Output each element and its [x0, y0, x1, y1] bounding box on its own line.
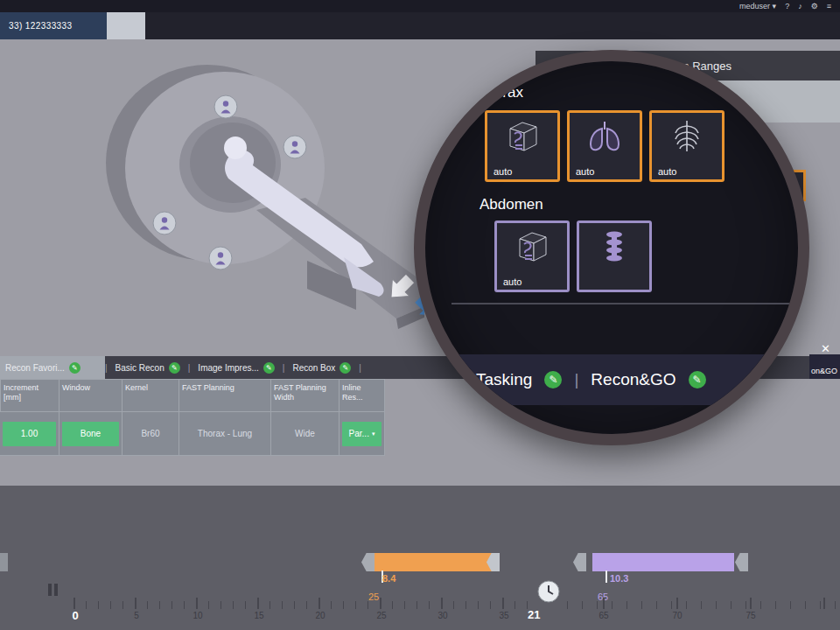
col-header: FAST Planning: [179, 379, 271, 412]
abdomen-tile-row: auto: [494, 220, 652, 292]
tile-label: auto: [576, 166, 594, 177]
recon-range-tile-ribcage[interactable]: auto: [649, 110, 724, 182]
chevron-down-icon: ▾: [773, 2, 777, 10]
pause-icon[interactable]: [48, 584, 58, 596]
tab-recon-box[interactable]: Recon Box ✎: [284, 356, 359, 379]
tab-separator: |: [359, 356, 361, 379]
patient-head: [224, 136, 247, 159]
cell-fast-planning[interactable]: Thorax - Lung: [179, 412, 271, 456]
timeline-panel: 8.4 25 21 10.3 65 0 5 10 15 20 25 30 35 …: [0, 486, 840, 630]
clock-icon[interactable]: [537, 580, 560, 603]
orange-range-left-handle[interactable]: [361, 553, 374, 571]
recon-range-tile-abdomen[interactable]: auto: [494, 220, 570, 292]
tab-separator: |: [574, 370, 578, 389]
user-menu[interactable]: meduser ▾: [739, 2, 776, 10]
purple-scan-range-bar[interactable]: [592, 553, 734, 571]
cell-fast-planning-width[interactable]: Wide: [271, 412, 340, 456]
help-icon[interactable]: ?: [785, 2, 789, 10]
table-row: 1.00 Bone Br60 Thorax - Lung Wide Par...…: [0, 412, 385, 456]
scan-marker-badge[interactable]: [153, 212, 176, 234]
section-title-thorax: Thorax: [477, 84, 523, 102]
scan-marker-badge[interactable]: [209, 247, 232, 270]
spine-icon: [595, 228, 634, 264]
ruler-label: 20: [315, 611, 325, 620]
menu-icon[interactable]: ≡: [827, 2, 831, 10]
ruler-label: 70: [672, 611, 682, 620]
divider: [452, 303, 793, 304]
close-icon[interactable]: ✕: [821, 342, 830, 355]
edit-icon[interactable]: ✎: [169, 362, 180, 374]
table-header-row: Increment [mm] Window Kernel FAST Planni…: [0, 379, 385, 412]
chevron-down-icon: ▾: [372, 430, 375, 438]
purple-range-right-handle[interactable]: [735, 553, 748, 571]
tab-tasking[interactable]: Tasking: [476, 370, 532, 389]
tab-recon-go[interactable]: Recon&GO: [591, 370, 676, 389]
col-header: Kernel: [122, 379, 179, 412]
magnified-tab-bar: Tasking ✎ | Recon&GO ✎: [425, 354, 809, 405]
tab-recon-favorites[interactable]: Recon Favori... ✎: [0, 356, 105, 379]
tile-label: auto: [658, 166, 676, 177]
inline-results-dropdown[interactable]: Par... ▾: [342, 422, 382, 446]
col-header: Window: [60, 379, 122, 412]
purple-range-left-handle[interactable]: [573, 553, 586, 571]
col-header: Inline Res...: [340, 379, 385, 412]
edit-icon[interactable]: ✎: [544, 371, 562, 388]
edit-icon[interactable]: ✎: [689, 371, 706, 388]
tab-basic-recon[interactable]: Basic Recon ✎: [108, 356, 188, 379]
cell-kernel[interactable]: Br60: [122, 412, 179, 456]
recon-range-tile-thorax-abdomen[interactable]: auto: [485, 110, 560, 182]
tab-label: on&GO: [811, 367, 837, 375]
scan-marker-badge[interactable]: [284, 136, 306, 158]
scan-marker-badge[interactable]: [214, 95, 237, 118]
tab-image-impression[interactable]: Image Impres... ✎: [190, 356, 282, 379]
ruler-label: 75: [746, 611, 755, 620]
edit-icon[interactable]: ✎: [340, 362, 351, 374]
timeline-mid-value: 21: [528, 608, 540, 621]
ruler-label: 10: [192, 611, 202, 620]
orange-scan-range-bar[interactable]: [374, 553, 497, 571]
tile-label: auto: [494, 166, 512, 177]
recon-range-tile-spine[interactable]: [577, 220, 652, 292]
abdomen-organs-icon: [503, 117, 542, 154]
ruler-label: 15: [254, 611, 263, 620]
cell-window: Bone: [60, 412, 122, 456]
dropdown-value: Par...: [349, 429, 369, 438]
audio-icon[interactable]: ♪: [798, 2, 802, 10]
ruler-label: 35: [499, 611, 508, 620]
tab-label: Recon Box: [292, 363, 335, 373]
ruler-label: 30: [438, 611, 447, 620]
col-header: FAST Planning Width: [271, 379, 340, 412]
cell-inline-results: Par... ▾: [340, 412, 385, 456]
patient-tab[interactable]: 33) 122333333: [0, 12, 107, 39]
ct-scanner-illustration: [48, 40, 424, 329]
recon-range-tile-lungs[interactable]: auto: [567, 110, 642, 182]
edit-icon[interactable]: ✎: [263, 362, 275, 374]
ruler-label: 65: [598, 611, 608, 620]
user-name: meduser: [739, 2, 770, 10]
tile-label: auto: [503, 276, 522, 287]
tab-label: Image Impres...: [198, 363, 258, 373]
abdomen-organs-icon: [513, 228, 551, 264]
col-header: Increment [mm]: [0, 379, 60, 412]
tab-label: Recon Favori...: [5, 363, 65, 373]
ruler-label-current: 0: [72, 609, 78, 622]
thorax-tile-row: auto auto: [485, 110, 724, 182]
increment-field[interactable]: 1.00: [3, 422, 56, 446]
top-bar: meduser ▾ ? ♪ ⚙ ≡: [0, 0, 840, 12]
tab-label: Basic Recon: [116, 363, 164, 373]
settings-gear-icon[interactable]: ⚙: [811, 2, 818, 10]
ruler-label: 5: [134, 611, 139, 620]
ribcage-icon: [668, 117, 706, 154]
purple-range-length: 10.3: [610, 573, 628, 584]
tab-recon-go-fragment[interactable]: on&GO ✎: [809, 354, 840, 379]
recon-parameters-table: Increment [mm] Window Kernel FAST Planni…: [0, 379, 385, 456]
window-field[interactable]: Bone: [62, 422, 119, 446]
timeline-left-handle[interactable]: [0, 553, 8, 571]
patient-tab-strip: 33) 122333333: [0, 12, 840, 39]
section-title-abdomen: Abdomen: [480, 196, 543, 214]
patient-tab-stub: [107, 12, 145, 39]
edit-icon[interactable]: ✎: [69, 362, 80, 374]
lungs-icon: [585, 117, 624, 154]
ruler-label: 25: [376, 611, 386, 620]
app-window: meduser ▾ ? ♪ ⚙ ≡ 33) 122333333 Recon Ra…: [0, 0, 840, 630]
